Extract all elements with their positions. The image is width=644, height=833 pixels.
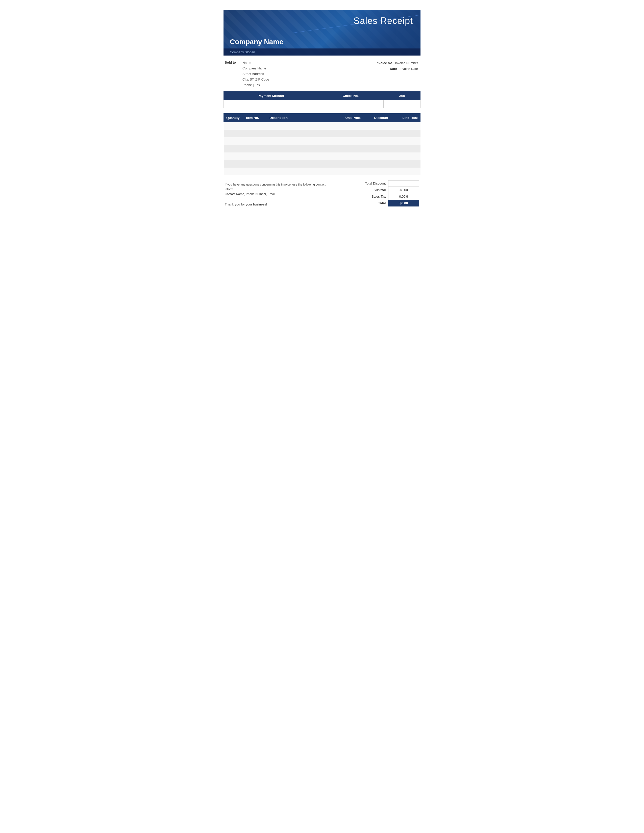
table-row bbox=[224, 145, 420, 153]
line-total-cell[interactable] bbox=[391, 137, 420, 145]
discount-cell[interactable] bbox=[364, 122, 391, 130]
customer-phone-fax: Phone | Fax bbox=[242, 82, 375, 88]
document: Sales Receipt Company Name Company Sloga… bbox=[224, 10, 420, 207]
desc-cell[interactable] bbox=[267, 145, 336, 153]
line-total-cell[interactable] bbox=[391, 153, 420, 160]
subtotal-label: Subtotal bbox=[354, 187, 388, 193]
total-value: $0.00 bbox=[388, 199, 419, 206]
customer-name: Name bbox=[242, 60, 375, 66]
unit-price-cell[interactable] bbox=[336, 122, 364, 130]
customer-city-state-zip: City, ST, ZIP Code bbox=[242, 77, 375, 82]
total-discount-label: Total Discount bbox=[354, 180, 388, 187]
total-label: Total bbox=[354, 199, 388, 206]
payment-method-header: Payment Method bbox=[224, 92, 318, 100]
item-no-cell[interactable] bbox=[243, 145, 267, 153]
invoice-date-row: Date Invoice Date bbox=[375, 66, 418, 72]
line-total-cell[interactable] bbox=[391, 160, 420, 167]
unit-price-cell[interactable] bbox=[336, 160, 364, 167]
invoice-no-value: Invoice Number bbox=[395, 61, 418, 65]
invoice-info: Invoice No Invoice Number Date Invoice D… bbox=[375, 60, 419, 88]
desc-cell[interactable] bbox=[267, 122, 336, 130]
item-no-cell[interactable] bbox=[243, 160, 267, 167]
subtotal-value: $0.00 bbox=[388, 187, 419, 193]
unit-price-cell[interactable] bbox=[336, 167, 364, 175]
unit-price-cell[interactable] bbox=[336, 145, 364, 153]
qty-cell[interactable] bbox=[224, 130, 243, 137]
discount-cell[interactable] bbox=[364, 160, 391, 167]
payment-method-cell[interactable] bbox=[224, 100, 318, 108]
qty-cell[interactable] bbox=[224, 122, 243, 130]
contact-info: Contact Name, Phone Number, Email bbox=[225, 192, 332, 197]
qty-cell[interactable] bbox=[224, 137, 243, 145]
item-no-cell[interactable] bbox=[243, 130, 267, 137]
item-no-cell[interactable] bbox=[243, 167, 267, 175]
item-no-cell[interactable] bbox=[243, 137, 267, 145]
line-total-cell[interactable] bbox=[391, 167, 420, 175]
footer-section: If you have any questions concerning thi… bbox=[224, 180, 420, 207]
invoice-date-value: Invoice Date bbox=[400, 67, 418, 71]
line-total-header: Line Total bbox=[391, 114, 420, 122]
totals-table: Total Discount Subtotal $0.00 Sales Tax … bbox=[354, 180, 419, 206]
table-row bbox=[224, 160, 420, 167]
item-no-cell[interactable] bbox=[243, 122, 267, 130]
total-discount-value[interactable] bbox=[388, 180, 419, 187]
desc-cell[interactable] bbox=[267, 153, 336, 160]
sales-tax-row: Sales Tax 0.00% bbox=[354, 193, 419, 199]
sold-to-details: Name Company Name Street Address City, S… bbox=[242, 60, 375, 88]
qty-cell[interactable] bbox=[224, 167, 243, 175]
slogan-bar: Company Slogan bbox=[224, 48, 420, 56]
desc-cell[interactable] bbox=[267, 130, 336, 137]
job-header: Job bbox=[383, 92, 420, 100]
table-row bbox=[224, 122, 420, 130]
table-row bbox=[224, 130, 420, 137]
table-row bbox=[224, 167, 420, 175]
discount-cell[interactable] bbox=[364, 130, 391, 137]
sold-to-label: Sold to bbox=[225, 60, 242, 88]
table-row bbox=[224, 153, 420, 160]
desc-cell[interactable] bbox=[267, 137, 336, 145]
invoice-no-label: Invoice No bbox=[375, 61, 392, 65]
discount-cell[interactable] bbox=[364, 153, 391, 160]
payment-row bbox=[224, 100, 420, 108]
line-total-cell[interactable] bbox=[391, 122, 420, 130]
discount-header: Discount bbox=[364, 114, 391, 122]
total-discount-row: Total Discount bbox=[354, 180, 419, 187]
items-table: Quantity Item No. Description Unit Price… bbox=[224, 113, 420, 175]
sales-tax-label: Sales Tax bbox=[354, 193, 388, 199]
qty-cell[interactable] bbox=[224, 160, 243, 167]
discount-cell[interactable] bbox=[364, 167, 391, 175]
unit-price-cell[interactable] bbox=[336, 137, 364, 145]
qty-cell[interactable] bbox=[224, 145, 243, 153]
unit-price-cell[interactable] bbox=[336, 153, 364, 160]
invoice-number-row: Invoice No Invoice Number bbox=[375, 60, 418, 66]
discount-cell[interactable] bbox=[364, 145, 391, 153]
check-no-cell[interactable] bbox=[318, 100, 384, 108]
customer-company: Company Name bbox=[242, 66, 375, 71]
line-total-cell[interactable] bbox=[391, 130, 420, 137]
qty-header: Quantity bbox=[224, 114, 243, 122]
line-total-cell[interactable] bbox=[391, 145, 420, 153]
contact-text: If you have any questions concerning thi… bbox=[225, 182, 332, 192]
check-no-header: Check No. bbox=[318, 92, 384, 100]
thank-you-text: Thank you for your business! bbox=[225, 202, 332, 207]
desc-cell[interactable] bbox=[267, 167, 336, 175]
desc-cell[interactable] bbox=[267, 160, 336, 167]
invoice-date-label: Date bbox=[390, 67, 397, 71]
sales-tax-value[interactable]: 0.00% bbox=[388, 193, 419, 199]
job-cell[interactable] bbox=[383, 100, 420, 108]
qty-cell[interactable] bbox=[224, 153, 243, 160]
document-title: Sales Receipt bbox=[354, 16, 413, 26]
table-row bbox=[224, 137, 420, 145]
payment-table: Payment Method Check No. Job bbox=[224, 92, 420, 108]
company-slogan: Company Slogan bbox=[230, 50, 255, 54]
discount-cell[interactable] bbox=[364, 137, 391, 145]
sold-to-section: Sold to Name Company Name Street Address… bbox=[224, 60, 420, 88]
header: Sales Receipt Company Name Company Sloga… bbox=[224, 10, 420, 56]
footer-notes: If you have any questions concerning thi… bbox=[225, 180, 332, 207]
description-header: Description bbox=[267, 114, 336, 122]
unit-price-cell[interactable] bbox=[336, 130, 364, 137]
unit-price-header: Unit Price bbox=[336, 114, 364, 122]
total-row: Total $0.00 bbox=[354, 199, 419, 206]
item-no-cell[interactable] bbox=[243, 153, 267, 160]
subtotal-row: Subtotal $0.00 bbox=[354, 187, 419, 193]
